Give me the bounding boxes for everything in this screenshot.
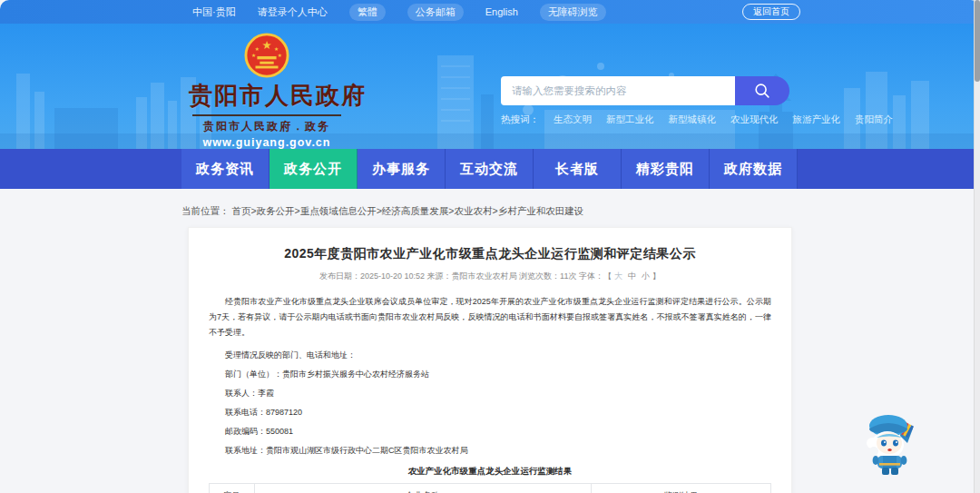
- page-scrollbar: [974, 0, 980, 493]
- article-paragraph-announcement: 经贵阳市农业产业化市级重点龙头企业联席会议成员单位审定，现对2025年开展的农业…: [209, 294, 771, 340]
- site-subtitle: 贵阳市人民政府．政务: [189, 119, 345, 134]
- article-line-postcode: 邮政编码：550081: [209, 427, 771, 436]
- breadcrumb-gov-open[interactable]: 政务公开: [257, 205, 295, 216]
- top-utility-bar: 中国·贵阳 请登录个人中心 繁體 公务邮箱 English 无障碍浏览 返回首页: [0, 0, 980, 24]
- article-line-accept-info: 受理情况反映的部门、电话和地址：: [209, 350, 771, 360]
- hot-search-label: 热搜词：: [501, 113, 539, 126]
- svg-text:★: ★: [274, 46, 279, 52]
- font-size-medium-button[interactable]: 中: [628, 271, 636, 281]
- guiyang-gov-page: 中国·贵阳 请登录个人中心 繁體 公务邮箱 English 无障碍浏览 返回首页: [0, 0, 980, 493]
- site-title: 贵阳市人民政府: [189, 80, 345, 112]
- svg-text:★: ★: [278, 53, 282, 58]
- table-header-row: 序号 企业名称 监测结果: [210, 484, 771, 493]
- search-input[interactable]: [501, 76, 735, 105]
- article-meta: 发布日期：2025-10-20 10:52 来源：贵阳市农业农村局 浏览次数：1…: [209, 271, 771, 282]
- site-url: www.guiyang.gov.cn: [189, 136, 345, 149]
- article-title: 2025年度贵阳市农业产业化市级重点龙头企业运行监测和评定结果公示: [209, 246, 771, 262]
- svg-text:★: ★: [255, 46, 260, 52]
- city-skyline-decoration: [0, 44, 980, 149]
- breadcrumb-key-info[interactable]: 重点领域信息公开: [300, 205, 377, 216]
- nav-tabs: 政务资讯 政务公开 办事服务 互动交流 长者版 精彩贵阳 政府数据: [181, 149, 798, 189]
- hot-word-urbanization[interactable]: 新型城镇化: [669, 113, 717, 126]
- breadcrumb-home[interactable]: 首页: [231, 205, 250, 216]
- nav-tab-services[interactable]: 办事服务: [358, 149, 446, 189]
- hot-word-ecology[interactable]: 生态文明: [554, 113, 592, 126]
- breadcrumb-rural-industry[interactable]: 乡村产业和农田建设: [498, 205, 584, 216]
- font-size-small-button[interactable]: 小: [642, 271, 650, 281]
- breadcrumb-agriculture[interactable]: 农业农村: [454, 205, 492, 216]
- breadcrumb-economy[interactable]: 经济高质量发展: [382, 205, 449, 216]
- nav-tab-gov-open[interactable]: 政务公开: [270, 149, 358, 189]
- breadcrumb: 当前位置： 首页>政务公开>重点领域信息公开>经济高质量发展>农业农村>乡村产业…: [181, 205, 583, 218]
- article-line-contact-person: 联系人：李霞: [209, 389, 771, 398]
- nav-tab-gov-data[interactable]: 政府数据: [710, 149, 798, 189]
- topbar-link-traditional-chinese[interactable]: 繁體: [349, 4, 386, 21]
- topbar-links: 中国·贵阳 请登录个人中心 繁體 公务邮箱 English 无障碍浏览: [192, 0, 606, 24]
- hot-word-tourism[interactable]: 旅游产业化: [793, 113, 841, 126]
- hot-word-agriculture[interactable]: 农业现代化: [730, 113, 779, 126]
- breadcrumb-label: 当前位置：: [181, 205, 230, 216]
- article-meta-close-bracket: 】: [652, 271, 661, 281]
- topbar-link-login-personal-center[interactable]: 请登录个人中心: [258, 5, 328, 19]
- monitoring-result-table: 序号 企业名称 监测结果 1 贵州合力超市采购有限公司 合格 2 贵州友禾种业有…: [209, 483, 771, 493]
- nav-tab-wonderful-guiyang[interactable]: 精彩贵阳: [622, 149, 710, 189]
- font-size-large-button[interactable]: 大: [614, 271, 622, 281]
- search-button[interactable]: [735, 76, 789, 105]
- article-meta-text: 发布日期：2025-10-20 10:52 来源：贵阳市农业农村局 浏览次数：1…: [319, 271, 612, 281]
- table-header-result: 监测结果: [591, 484, 770, 493]
- national-emblem-icon: ★ ★ ★ ★ ★: [244, 33, 289, 78]
- svg-text:★: ★: [261, 39, 271, 52]
- table-header-company: 企业名称: [254, 484, 591, 493]
- monitoring-table-caption: 农业产业化市级重点龙头企业运行监测结果: [209, 466, 771, 478]
- topbar-link-accessibility[interactable]: 无障碍浏览: [540, 4, 606, 21]
- article-card: 2025年度贵阳市农业产业化市级重点龙头企业运行监测和评定结果公示 发布日期：2…: [188, 227, 792, 493]
- mascot-assistant-icon[interactable]: [860, 410, 920, 478]
- article-line-address: 联系地址：贵阳市观山湖区市级行政中心二期C区贵阳市农业农村局: [209, 446, 771, 455]
- scrollbar-thumb[interactable]: [975, 0, 980, 82]
- table-header-serial: 序号: [210, 484, 255, 493]
- hot-word-industrialization[interactable]: 新型工业化: [606, 113, 654, 126]
- nav-tab-senior-version[interactable]: 长者版: [534, 149, 622, 189]
- svg-text:★: ★: [251, 53, 256, 58]
- topbar-link-english[interactable]: English: [485, 6, 518, 17]
- nav-tab-gov-news[interactable]: 政务资讯: [181, 149, 270, 189]
- topbar-link-china-guiyang[interactable]: 中国·贵阳: [192, 5, 236, 19]
- logo-divider: [192, 114, 341, 116]
- search-icon: [753, 82, 771, 100]
- site-logo[interactable]: ★ ★ ★ ★ ★ 贵阳市人民政府 贵阳市人民政府．政务 www.guiyang…: [189, 33, 345, 149]
- hot-word-guiyang-intro[interactable]: 贵阳简介: [855, 113, 893, 126]
- article-line-phone: 联系电话：87987120: [209, 408, 771, 417]
- topbar-link-official-mail[interactable]: 公务邮箱: [407, 4, 464, 21]
- hot-search-row: 热搜词： 生态文明 新型工业化 新型城镇化 农业现代化 旅游产业化 贵阳简介: [501, 113, 893, 126]
- search-bar: [501, 76, 789, 105]
- main-nav: 政务资讯 政务公开 办事服务 互动交流 长者版 精彩贵阳 政府数据: [0, 149, 980, 189]
- back-to-home-button[interactable]: 返回首页: [742, 4, 800, 20]
- article-line-department: 部门（单位）：贵阳市乡村振兴服务中心农村经济服务站: [209, 370, 771, 379]
- site-banner: ★ ★ ★ ★ ★ 贵阳市人民政府 贵阳市人民政府．政务 www.guiyang…: [0, 24, 980, 149]
- nav-tab-interaction[interactable]: 互动交流: [446, 149, 534, 189]
